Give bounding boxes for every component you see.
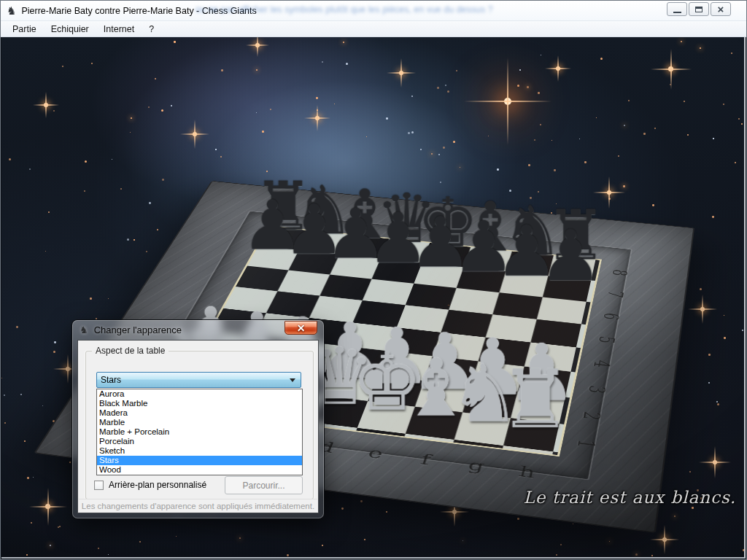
menubar: PartieEchiquierInternet? [1,21,746,37]
star-dot [176,536,177,537]
star-dot [654,128,656,129]
star-dot [724,315,724,316]
star-dot [343,42,344,43]
change-appearance-dialog: ♞ Changer l'apparence ✕ Aspect de la tab… [72,320,324,518]
star-dot [519,69,521,71]
bright-star-major [504,98,511,105]
dropdown-item-marble[interactable]: Marble [97,418,302,427]
custom-background-row: Arrière-plan personnalisé [94,480,206,490]
bright-star [45,504,50,509]
star-dot [670,84,671,85]
star-dot [700,288,702,290]
star-dot [608,198,611,200]
star-dot [16,326,18,328]
star-dot [133,239,135,241]
star-dot [674,516,676,517]
bright-star [668,66,673,71]
bright-star [315,116,320,120]
maximize-icon [695,7,703,12]
piece-white-rook[interactable]: ♜ [499,359,571,440]
star-dot [731,52,732,54]
browse-button[interactable]: Parcourir... [225,476,303,494]
window-controls: × [667,2,731,16]
file-label-e: e [348,442,403,464]
star-dot [96,318,97,319]
titlebar[interactable]: ♞ Pierre-Marie Baty contre Pierre-Marie … [1,1,746,21]
star-dot [146,251,147,252]
menu-item-partie[interactable]: Partie [5,22,44,36]
star-dot [24,440,26,442]
menu-item-aide[interactable]: ? [142,22,161,36]
dialog-client-area: Aspect de la table Stars AuroraBlack Mar… [77,340,319,513]
minimize-button[interactable] [667,2,687,16]
star-dot [45,251,46,252]
menu-item-echiquier[interactable]: Echiquier [44,22,96,36]
star-dot [108,554,109,555]
star-dot [488,136,489,136]
star-dot [69,462,71,463]
star-dot [120,188,122,190]
rank-label-3: 3 [570,378,622,402]
piece-black-pawn[interactable]: ♟ [539,221,603,292]
star-dot [256,112,257,113]
file-label-g: g [449,454,504,477]
star-dot [624,125,625,126]
star-dot [9,158,11,160]
star-dot [33,477,34,478]
maximize-button[interactable] [689,2,709,16]
dropdown-item-stars[interactable]: Stars [97,456,302,465]
star-dot [157,229,158,230]
star-dot [54,341,56,343]
bright-star [713,460,717,464]
star-dot [139,541,141,542]
bright-star [556,66,560,71]
dropdown-item-aurora[interactable]: Aurora [97,389,302,399]
star-dot [31,522,32,524]
star-dot [364,539,365,540]
dropdown-item-madera[interactable]: Madera [97,408,302,418]
star-dot [712,216,714,218]
star-dot [84,190,85,192]
star-dot [584,161,587,163]
window-title: Pierre-Marie Baty contre Pierre-Marie Ba… [21,6,256,16]
star-dot [689,471,691,472]
star-dot [618,155,619,157]
dropdown-item-marble-porcelain[interactable]: Marble + Porcelain [97,427,302,437]
star-dot [287,554,289,556]
star-dot [174,41,176,43]
close-icon: ✕ [297,323,306,333]
star-dot [551,140,552,141]
dropdown-item-black-marble[interactable]: Black Marble [97,399,302,408]
dropdown-item-wood[interactable]: Wood [97,465,302,475]
star-dot [262,131,264,133]
table-aspect-combobox[interactable]: Stars [96,372,301,388]
star-dot [148,106,150,108]
star-dot [1,378,2,378]
star-dot [541,55,541,55]
dropdown-item-porcelain[interactable]: Porcelain [97,437,302,446]
knight-icon: ♞ [80,325,88,335]
custom-background-checkbox[interactable] [94,481,104,490]
star-dot [643,133,646,135]
dialog-close-button[interactable]: ✕ [285,321,317,335]
star-dot [50,545,51,546]
close-button[interactable]: × [711,2,731,16]
bright-star [607,190,611,195]
dropdown-item-sketch[interactable]: Sketch [97,446,302,456]
star-dot [91,63,93,64]
star-dot [684,101,685,102]
star-dot [708,354,711,356]
star-dot [560,544,562,545]
star-dot [456,70,457,71]
star-dot [743,549,745,551]
star-dot [62,66,63,67]
menu-item-internet[interactable]: Internet [96,22,142,36]
star-dot [322,61,323,63]
browse-button-label: Parcourir... [242,481,285,491]
star-dot [386,117,388,120]
rank-label-5: 5 [581,329,631,351]
checkbox-label: Arrière-plan personnalisé [109,480,206,490]
dialog-status-text: Les changements d'apparence sont appliqu… [82,502,314,510]
groupbox-label: Aspect de la table [92,346,169,356]
dialog-title: Changer l'apparence [94,324,182,335]
